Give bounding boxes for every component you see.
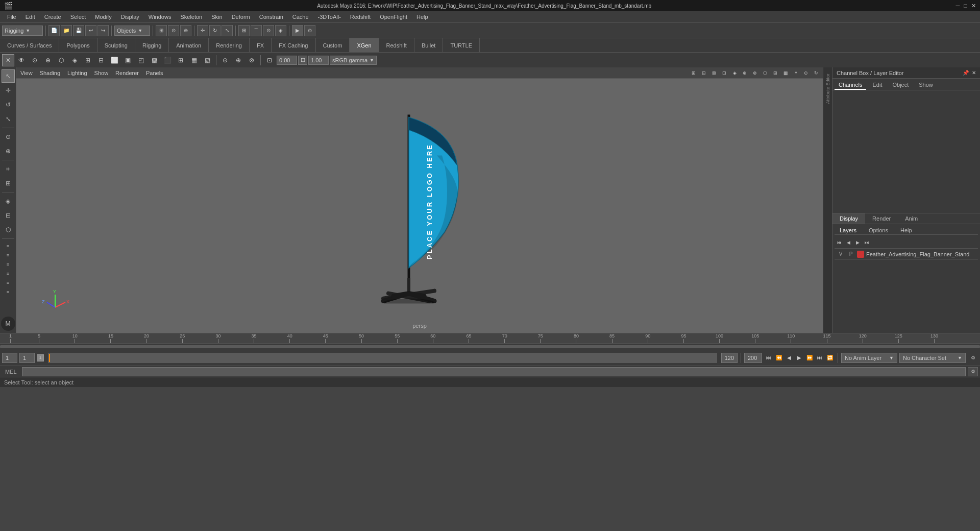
icon-display7[interactable]: ▦: [188, 54, 200, 66]
save-scene-button[interactable]: 💾: [73, 25, 84, 36]
menu-skin[interactable]: Skin: [207, 13, 226, 21]
rotate-tool[interactable]: ↺: [2, 98, 15, 111]
marquee-tool[interactable]: ⊞: [2, 177, 15, 190]
icon-snap2[interactable]: ⊕: [232, 54, 244, 66]
minimize-button[interactable]: ─: [956, 3, 960, 9]
vp-tb-9[interactable]: ⊞: [771, 68, 780, 78]
timeline-ruler[interactable]: 1510152025303540455055606570758085909510…: [0, 333, 980, 344]
viewport[interactable]: View Shading Lighting Show Renderer Pane…: [16, 67, 823, 333]
tab-xgen[interactable]: XGen: [350, 38, 379, 52]
icon-camera[interactable]: 👁: [15, 54, 28, 66]
icon-display8[interactable]: ▧: [201, 54, 213, 66]
layer-tool-3[interactable]: ≡: [2, 260, 15, 269]
icon-select-active[interactable]: ✕: [2, 54, 14, 66]
vp-tb-11[interactable]: ⌖: [791, 68, 800, 78]
viewport-menu-panels[interactable]: Panels: [144, 70, 165, 76]
vp-tb-8[interactable]: ⬡: [761, 68, 770, 78]
snap-view-button[interactable]: ◈: [275, 25, 286, 36]
menu-skeleton[interactable]: Skeleton: [176, 13, 206, 21]
menu-cache[interactable]: Cache: [288, 13, 313, 21]
new-scene-button[interactable]: 📄: [48, 25, 60, 36]
max-frame-field[interactable]: 200: [744, 353, 762, 363]
step-forward-button[interactable]: ⏩: [805, 353, 814, 363]
select-tool-button[interactable]: ⊞: [156, 25, 167, 36]
tab-rigging[interactable]: Rigging: [135, 38, 169, 52]
icon-snap3[interactable]: ⊗: [246, 54, 258, 66]
paint-effects-tool[interactable]: ⊕: [2, 144, 15, 158]
layer-name[interactable]: Feather_Advertising_Flag_Banner_Stand: [866, 251, 976, 257]
icon-shade3[interactable]: ⬡: [55, 54, 67, 66]
render-settings[interactable]: ⬡: [2, 223, 15, 236]
move-tool[interactable]: ✛: [2, 84, 15, 97]
loop-button[interactable]: 🔁: [825, 353, 835, 363]
timeline-scrubber[interactable]: [0, 344, 980, 350]
layer-tool-5[interactable]: ≡: [2, 279, 15, 287]
scale-tool-button[interactable]: ⤡: [222, 25, 233, 36]
mel-settings-button[interactable]: ⚙: [968, 367, 978, 376]
play-forward-button[interactable]: ▶: [795, 353, 804, 363]
menu-modify[interactable]: Modify: [91, 13, 115, 21]
lasso-tool[interactable]: ⌗: [2, 162, 15, 176]
vp-tb-2[interactable]: ⊟: [699, 68, 708, 78]
menu-deform[interactable]: Deform: [228, 13, 254, 21]
vp-tb-13[interactable]: ↻: [812, 68, 821, 78]
vp-tb-1[interactable]: ⊞: [689, 68, 698, 78]
icon-shade4[interactable]: ◈: [68, 54, 81, 66]
near-clip-field[interactable]: 0.00: [277, 56, 297, 65]
go-start-button[interactable]: ⏮: [764, 353, 773, 363]
viewport-menu-view[interactable]: View: [18, 70, 35, 76]
layer-tool-6[interactable]: ≡: [2, 288, 15, 296]
tab-anim[interactable]: Anim: [898, 213, 925, 224]
frame-end-field[interactable]: 120: [721, 353, 738, 363]
layer-visibility[interactable]: V: [837, 251, 845, 257]
snap-curve-button[interactable]: ⌒: [251, 25, 262, 36]
paint-select-button[interactable]: ⊕: [180, 25, 191, 36]
vp-tb-6[interactable]: ⊕: [740, 68, 749, 78]
tab-display[interactable]: Display: [832, 213, 865, 224]
layer-nav-prev[interactable]: ◀: [844, 238, 853, 247]
redo-button[interactable]: ↪: [97, 25, 109, 36]
snap-grid-button[interactable]: ⊞: [238, 25, 250, 36]
right-panel-close[interactable]: ✕: [972, 70, 976, 76]
menu-edit[interactable]: Edit: [21, 13, 39, 21]
render-button[interactable]: ▶: [292, 25, 303, 36]
viewport-menu-renderer[interactable]: Renderer: [113, 70, 141, 76]
icon-render2[interactable]: ⊞: [175, 54, 187, 66]
viewport-menu-lighting[interactable]: Lighting: [65, 70, 89, 76]
vp-tb-4[interactable]: ⊡: [720, 68, 729, 78]
tab-fx[interactable]: FX: [250, 38, 272, 52]
right-panel-pin[interactable]: 📌: [963, 70, 969, 76]
layer-tool-1[interactable]: ≡: [2, 242, 15, 250]
tab-animation[interactable]: Animation: [169, 38, 209, 52]
menu-constrain[interactable]: Constrain: [255, 13, 287, 21]
icon-display5[interactable]: ◰: [135, 54, 147, 66]
sub-tab-options[interactable]: Options: [864, 226, 893, 234]
menu-display[interactable]: Display: [117, 13, 143, 21]
tab-fx-caching[interactable]: FX Caching: [272, 38, 315, 52]
icon-display2[interactable]: ⊟: [95, 54, 107, 66]
tab-channels[interactable]: Channels: [835, 81, 866, 90]
vp-tb-7[interactable]: ⊗: [750, 68, 760, 78]
tab-custom[interactable]: Custom: [316, 38, 350, 52]
layer-tool-4[interactable]: ≡: [2, 270, 15, 278]
icon-display1[interactable]: ⊞: [82, 54, 94, 66]
preferences-button[interactable]: ⚙: [968, 353, 978, 363]
icon-display3[interactable]: ⬜: [108, 54, 120, 66]
vp-tb-3[interactable]: ⊠: [709, 68, 719, 78]
vp-tb-10[interactable]: ▦: [781, 68, 790, 78]
menu-create[interactable]: Create: [40, 13, 65, 21]
icon-shade1[interactable]: ⊙: [29, 54, 41, 66]
tab-object[interactable]: Object: [888, 81, 913, 90]
close-button[interactable]: ✕: [971, 3, 976, 9]
sub-tab-help[interactable]: Help: [895, 226, 917, 234]
vp-tb-5[interactable]: ◈: [730, 68, 739, 78]
soft-select-tool[interactable]: ⊙: [2, 130, 15, 143]
vp-tb-12[interactable]: ⊙: [801, 68, 811, 78]
tab-bullet[interactable]: Bullet: [414, 38, 444, 52]
lasso-select-button[interactable]: ⊙: [168, 25, 179, 36]
layer-nav-next[interactable]: ▶: [853, 238, 862, 247]
char-set-dropdown[interactable]: No Character Set ▼: [899, 353, 966, 363]
viewport-menu-shading[interactable]: Shading: [38, 70, 62, 76]
layer-playback[interactable]: P: [847, 251, 855, 257]
layer-tool-2[interactable]: ≡: [2, 251, 15, 259]
